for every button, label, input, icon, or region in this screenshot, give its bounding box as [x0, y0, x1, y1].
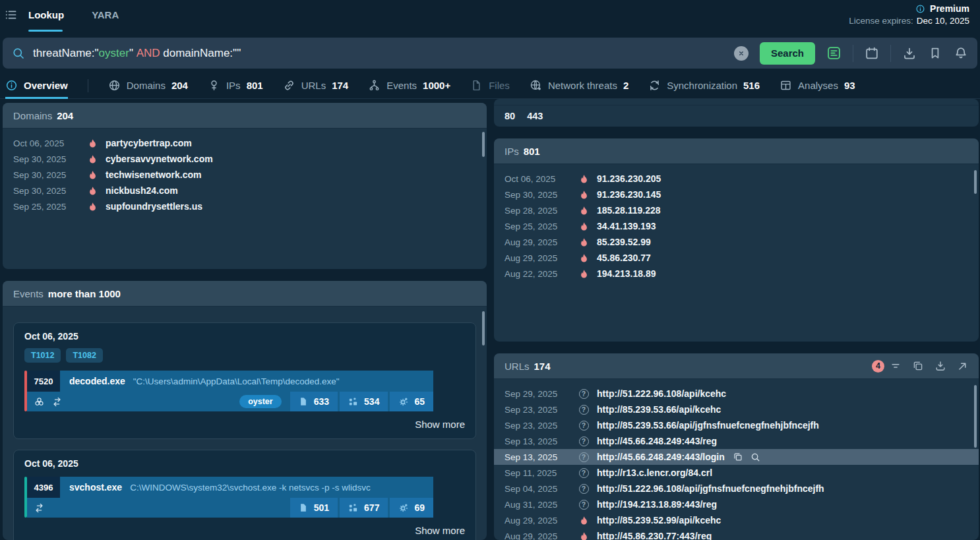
table-row[interactable]: Aug 22, 2025 194.213.18.89: [494, 266, 979, 282]
files-count[interactable]: 501: [290, 498, 338, 518]
table-row[interactable]: Sep 25, 2025 supfoundrysettlers.us: [3, 198, 487, 214]
row-value: http://45.86.230.77:443/reg: [597, 531, 712, 540]
row-icon: [87, 138, 98, 148]
flame-icon: [579, 237, 589, 247]
mitre-tag[interactable]: T1082: [66, 348, 102, 363]
scrollbar[interactable]: [482, 132, 485, 157]
row-date: Sep 13, 2025: [505, 436, 569, 446]
row-value: http://194.213.18.89:443/reg: [597, 499, 717, 510]
port-value[interactable]: 80: [505, 111, 515, 121]
tab-ips[interactable]: IPs801: [208, 73, 263, 98]
tab-domains[interactable]: Domains204: [108, 73, 188, 98]
row-value: techwisenetwork.com: [106, 169, 202, 180]
table-row[interactable]: Sep 23, 2025 http://85.239.53.66/api/jgf…: [494, 417, 979, 433]
download-icon[interactable]: [934, 360, 946, 372]
tab-events[interactable]: Events1000+: [368, 73, 450, 98]
tab-network-threats[interactable]: Network threats2: [530, 73, 628, 98]
table-row[interactable]: Sep 23, 2025 http://85.239.53.66/api/kce…: [494, 402, 979, 417]
row-icon: [578, 389, 589, 399]
urls-panel-actions: 4: [872, 360, 968, 373]
table-row[interactable]: Oct 06, 2025 partycybertrap.com: [3, 135, 487, 151]
table-row[interactable]: Sep 11, 2025 http://r13.c.lencr.org/84.c…: [494, 465, 979, 481]
row-date: Sep 11, 2025: [505, 468, 569, 478]
search-icon[interactable]: [750, 452, 760, 462]
question-icon: [579, 405, 589, 415]
row-value: http://85.239.52.99/api/kcehc: [597, 515, 721, 525]
tab-yara[interactable]: YARA: [92, 0, 119, 29]
filter-count-badge[interactable]: 4: [872, 360, 884, 373]
bell-icon[interactable]: [954, 46, 968, 61]
table-row[interactable]: Sep 30, 2025 91.236.230.145: [494, 187, 979, 202]
table-row[interactable]: Sep 13, 2025 http://45.66.248.249:443/lo…: [494, 449, 979, 465]
table-row[interactable]: Sep 13, 2025 http://45.66.248.249:443/re…: [494, 433, 979, 449]
query-list-icon[interactable]: [826, 45, 842, 61]
search-button[interactable]: Search: [760, 42, 815, 65]
files-count[interactable]: 633: [290, 392, 338, 411]
table-row[interactable]: Aug 29, 2025 45.86.230.77: [494, 250, 979, 266]
row-icon: [578, 421, 589, 431]
scrollbar[interactable]: [974, 170, 977, 194]
row-date: Sep 13, 2025: [505, 452, 569, 462]
event-card: Oct 06, 2025 T1012 T1082 7520 decoded.ex…: [13, 322, 476, 439]
flame-icon: [579, 190, 589, 200]
clear-search-icon[interactable]: [734, 46, 749, 61]
show-more-link[interactable]: Show more: [24, 419, 465, 430]
search-input[interactable]: threatName:"oyster" AND domainName:"": [33, 47, 241, 60]
table-row[interactable]: Aug 29, 2025 85.239.52.99: [494, 234, 979, 250]
table-row[interactable]: Sep 29, 2025 http://51.222.96.108/api/kc…: [494, 386, 979, 402]
ti-lookup-app: Lookup YARA Premium License expires:Dec …: [0, 0, 980, 540]
panel-count: more than 1000: [48, 288, 121, 299]
copy-icon[interactable]: [912, 360, 924, 372]
table-row[interactable]: Oct 06, 2025 91.236.230.205: [494, 171, 979, 187]
open-external-icon[interactable]: [957, 361, 968, 372]
table-row[interactable]: Sep 30, 2025 nickbush24.com: [3, 183, 487, 198]
tab-files[interactable]: Files: [470, 73, 510, 98]
row-date: Aug 29, 2025: [505, 237, 569, 247]
table-row[interactable]: Sep 30, 2025 techwisenetwork.com: [3, 167, 487, 183]
bookmark-icon[interactable]: [928, 46, 942, 61]
filter-icon[interactable]: [890, 360, 902, 372]
registry-count[interactable]: 65: [390, 392, 433, 411]
row-value: http://85.239.53.66/api/kcehc: [597, 404, 721, 415]
show-more-link[interactable]: Show more: [24, 525, 465, 536]
table-row[interactable]: Sep 28, 2025 185.28.119.228: [494, 202, 979, 218]
process-row[interactable]: 7520 decoded.exe "C:\Users\admin\AppData…: [24, 371, 465, 411]
tab-synchronization[interactable]: Synchronization516: [648, 73, 760, 98]
scrollbar[interactable]: [974, 385, 977, 448]
copy-icon[interactable]: [733, 452, 743, 462]
registry-count[interactable]: 69: [390, 498, 433, 518]
license-label: License expires:: [849, 16, 913, 26]
modules-icon: [348, 397, 358, 407]
network-globe-icon: [530, 79, 542, 92]
table-row[interactable]: Aug 29, 2025 http://45.86.230.77:443/reg: [494, 528, 979, 540]
port-value[interactable]: 443: [527, 111, 543, 121]
license-date: Dec 10, 2025: [917, 16, 969, 26]
process-tree-icon: [368, 79, 381, 92]
table-row[interactable]: Sep 30, 2025 cybersavvynetwork.com: [3, 151, 487, 167]
info-icon[interactable]: [915, 4, 925, 14]
tab-overview[interactable]: Overview: [5, 73, 68, 98]
row-icon: [578, 468, 589, 478]
table-row[interactable]: Sep 04, 2025 http://51.222.96.108/api/jg…: [494, 481, 979, 496]
scrollbar[interactable]: [482, 311, 485, 345]
modules-count[interactable]: 534: [340, 392, 388, 411]
flame-icon: [579, 253, 589, 263]
table-row[interactable]: Sep 25, 2025 34.41.139.193: [494, 218, 979, 234]
modules-count[interactable]: 677: [340, 498, 388, 518]
process-row[interactable]: 4396 svchost.exe C:\WINDOWS\system32\svc…: [24, 477, 465, 518]
download-icon[interactable]: [902, 46, 917, 61]
results-content: Domains 204 Oct 06, 2025 partycybertrap.…: [0, 99, 980, 540]
menu-icon[interactable]: [4, 8, 18, 22]
threat-pill[interactable]: oyster: [239, 395, 282, 408]
row-icon: [578, 452, 589, 462]
ips-list: Oct 06, 2025 91.236.230.205 Sep 30, 2025: [494, 164, 979, 282]
tab-lookup[interactable]: Lookup: [28, 0, 64, 29]
table-row[interactable]: Aug 31, 2025 http://194.213.18.89:443/re…: [494, 496, 979, 512]
table-row[interactable]: Aug 29, 2025 http://85.239.52.99/api/kce…: [494, 512, 979, 528]
tab-analyses[interactable]: Analyses93: [780, 73, 855, 98]
row-icon: [578, 174, 589, 184]
link-icon: [283, 79, 295, 92]
mitre-tag[interactable]: T1012: [24, 348, 61, 363]
calendar-icon[interactable]: [865, 46, 879, 61]
tab-urls[interactable]: URLs174: [283, 73, 349, 98]
